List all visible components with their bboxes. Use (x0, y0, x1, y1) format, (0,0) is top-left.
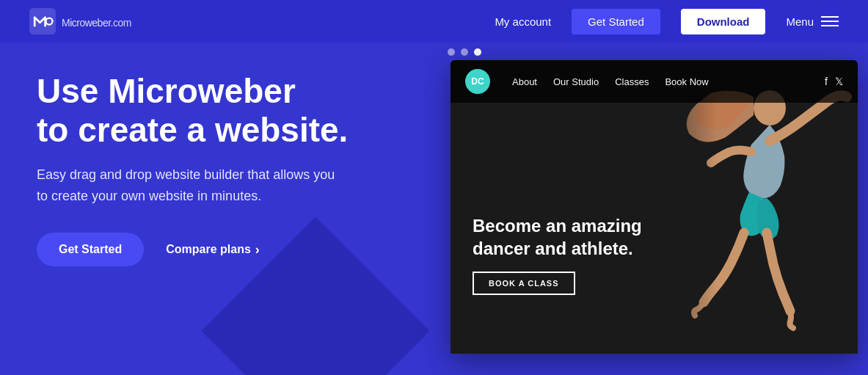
demo-nav-about: About (512, 76, 537, 87)
demo-hero-bg (451, 60, 858, 354)
browser-dot-2 (461, 48, 468, 56)
facebook-icon: f (825, 76, 828, 87)
get-started-nav-button[interactable]: Get Started (572, 9, 660, 34)
demo-social-icons: f 𝕏 (825, 76, 843, 87)
hero-subtitle: Easy drag and drop website builder that … (37, 164, 404, 207)
demo-nav-links: About Our Studio Classes Book Now (512, 76, 810, 87)
my-account-link[interactable]: My account (495, 15, 551, 28)
main-nav: My account Get Started Download Menu (495, 9, 839, 34)
menu-area[interactable]: Menu (786, 15, 839, 28)
cta-row: Get Started Compare plans › (37, 233, 404, 266)
browser-dot-1 (448, 48, 455, 56)
demo-nav-book: Book Now (665, 76, 708, 87)
get-started-main-button[interactable]: Get Started (37, 233, 144, 266)
demo-site-nav: DC About Our Studio Classes Book Now f 𝕏 (451, 60, 858, 103)
compare-plans-link[interactable]: Compare plans › (166, 242, 260, 258)
dancer-gradient (623, 60, 858, 354)
demo-window: DC About Our Studio Classes Book Now f 𝕏… (451, 60, 858, 354)
demo-hero-content: Become an amazing dancer and athlete. BO… (473, 214, 642, 295)
demo-nav-studio: Our Studio (553, 76, 599, 87)
demo-nav-classes: Classes (615, 76, 649, 87)
hamburger-icon (821, 16, 839, 26)
download-nav-button[interactable]: Download (681, 9, 766, 34)
main-content: Use Microweberto create a website. Easy … (0, 43, 868, 375)
header: Microweber.com My account Get Started Do… (0, 0, 868, 43)
demo-logo-circle: DC (465, 69, 490, 94)
chevron-right-icon: › (255, 242, 260, 258)
logo-area: Microweber.com (29, 8, 480, 34)
dancer-area (623, 60, 858, 354)
twitter-icon: 𝕏 (835, 76, 843, 87)
hero-title: Use Microweberto create a website. (37, 72, 404, 150)
logo-text: Microweber.com (62, 12, 131, 31)
demo-book-button[interactable]: BOOK A CLASS (473, 272, 575, 295)
browser-dot-3 (474, 48, 481, 56)
demo-headline: Become an amazing dancer and athlete. (473, 214, 642, 260)
browser-dots (440, 48, 481, 56)
compare-plans-label: Compare plans (166, 243, 251, 256)
logo-icon (29, 8, 56, 34)
menu-label: Menu (786, 15, 814, 28)
hero-section: Use Microweberto create a website. Easy … (0, 43, 440, 375)
demo-preview-section: DC About Our Studio Classes Book Now f 𝕏… (440, 43, 868, 375)
